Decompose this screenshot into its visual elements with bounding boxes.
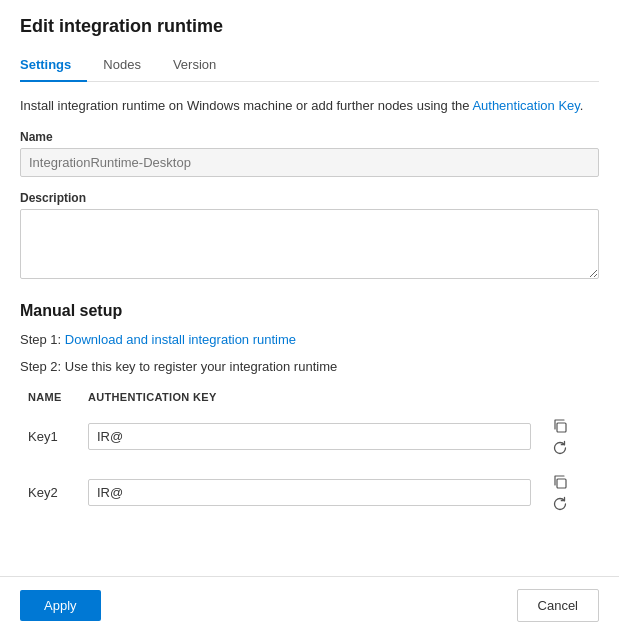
info-text-part1: Install integration runtime on Windows m… xyxy=(20,98,472,113)
key-input-key1[interactable] xyxy=(88,423,531,450)
svg-rect-1 xyxy=(557,479,566,488)
key-value-cell xyxy=(80,465,539,521)
key-actions-cell xyxy=(539,409,599,465)
cancel-button[interactable]: Cancel xyxy=(517,589,599,622)
footer: Apply Cancel xyxy=(0,576,619,634)
tab-nodes[interactable]: Nodes xyxy=(103,49,157,82)
table-header-row: NAME AUTHENTICATION KEY xyxy=(20,387,599,409)
col-header-name: NAME xyxy=(20,387,80,409)
name-field-group: Name xyxy=(20,130,599,177)
description-field-group: Description xyxy=(20,191,599,282)
key-name-cell: Key2 xyxy=(20,465,80,521)
apply-button[interactable]: Apply xyxy=(20,590,101,621)
key-name-cell: Key1 xyxy=(20,409,80,465)
key-actions-cell xyxy=(539,465,599,521)
table-row: Key2 xyxy=(20,465,599,521)
step2-body: Use this key to register your integratio… xyxy=(65,359,337,374)
info-text: Install integration runtime on Windows m… xyxy=(20,96,599,116)
keys-table: NAME AUTHENTICATION KEY Key1 Key2 xyxy=(20,387,599,521)
refresh-key-button-key2[interactable] xyxy=(547,493,573,515)
step2-prefix: Step 2: xyxy=(20,359,65,374)
key-input-key2[interactable] xyxy=(88,479,531,506)
table-row: Key1 xyxy=(20,409,599,465)
tab-settings[interactable]: Settings xyxy=(20,49,87,82)
name-input[interactable] xyxy=(20,148,599,177)
tab-version[interactable]: Version xyxy=(173,49,232,82)
col-header-auth-key: AUTHENTICATION KEY xyxy=(80,387,539,409)
refresh-key-button-key1[interactable] xyxy=(547,437,573,459)
step1-text: Step 1: Download and install integration… xyxy=(20,330,599,350)
name-label: Name xyxy=(20,130,599,144)
key-value-cell xyxy=(80,409,539,465)
page-title: Edit integration runtime xyxy=(20,16,599,37)
tabs-container: Settings Nodes Version xyxy=(20,49,599,82)
key-input-wrapper xyxy=(88,423,531,450)
description-label: Description xyxy=(20,191,599,205)
manual-setup-section: Manual setup Step 1: Download and instal… xyxy=(20,302,599,521)
manual-setup-title: Manual setup xyxy=(20,302,599,320)
description-input[interactable] xyxy=(20,209,599,279)
step1-prefix: Step 1: xyxy=(20,332,65,347)
copy-key-button-key2[interactable] xyxy=(547,471,573,493)
info-text-part2: . xyxy=(580,98,584,113)
auth-key-link[interactable]: Authentication Key xyxy=(472,98,579,113)
step2-text: Step 2: Use this key to register your in… xyxy=(20,357,599,377)
copy-key-button-key1[interactable] xyxy=(547,415,573,437)
svg-rect-0 xyxy=(557,423,566,432)
key-input-wrapper xyxy=(88,479,531,506)
download-link[interactable]: Download and install integration runtime xyxy=(65,332,296,347)
